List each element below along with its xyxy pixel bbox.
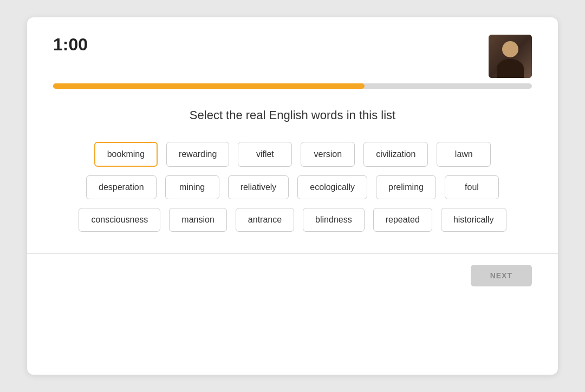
word-reliatively[interactable]: reliatively: [228, 175, 289, 199]
word-mining[interactable]: mining: [165, 175, 219, 199]
word-mansion[interactable]: mansion: [169, 208, 226, 232]
word-viflet[interactable]: viflet: [238, 142, 292, 167]
word-historically[interactable]: historically: [441, 208, 506, 232]
header: 1:00: [53, 35, 532, 78]
footer: NEXT: [53, 265, 532, 286]
word-foul[interactable]: foul: [445, 175, 499, 199]
word-ecologically[interactable]: ecologically: [297, 175, 367, 199]
progress-bar-container: [53, 83, 532, 89]
word-consciousness[interactable]: consciousness: [79, 208, 160, 232]
word-civilization[interactable]: civilization: [363, 142, 428, 167]
word-lawn[interactable]: lawn: [437, 142, 491, 167]
timer-display: 1:00: [53, 35, 88, 55]
word-rewarding[interactable]: rewarding: [166, 142, 229, 167]
next-button[interactable]: NEXT: [471, 265, 532, 286]
avatar: [489, 35, 532, 78]
word-version[interactable]: version: [301, 142, 355, 167]
words-row-1: bookming rewarding viflet version civili…: [53, 142, 532, 167]
word-preliming[interactable]: preliming: [376, 175, 436, 199]
progress-bar-fill: [53, 83, 365, 89]
words-row-2: desperation mining reliatively ecologica…: [53, 175, 532, 199]
word-desperation[interactable]: desperation: [86, 175, 157, 199]
quiz-container: 1:00 Select the real English words in th…: [27, 17, 558, 375]
word-repeated[interactable]: repeated: [373, 208, 432, 232]
words-row-3: consciousness mansion antrance blindness…: [53, 208, 532, 232]
avatar-image: [489, 35, 532, 78]
word-antrance[interactable]: antrance: [236, 208, 294, 232]
question-title: Select the real English words in this li…: [53, 108, 532, 122]
word-bookming[interactable]: bookming: [94, 142, 158, 167]
words-grid: bookming rewarding viflet version civili…: [53, 142, 532, 232]
word-blindness[interactable]: blindness: [303, 208, 365, 232]
divider: [27, 253, 558, 254]
